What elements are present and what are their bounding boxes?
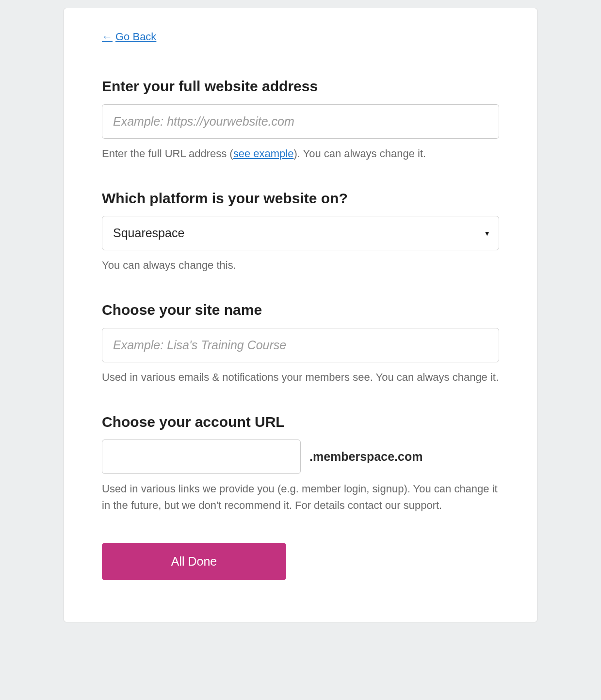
website-address-helper: Enter the full URL address (see example)… [102,146,499,162]
account-url-heading: Choose your account URL [102,413,499,431]
site-name-helper: Used in various emails & notifications y… [102,369,499,386]
platform-heading: Which platform is your website on? [102,189,499,208]
website-address-input[interactable] [102,104,499,139]
helper-text: ). You can always change it. [293,147,426,160]
form-card: ← Go Back Enter your full website addres… [64,8,537,622]
section-website-address: Enter your full website address Enter th… [102,77,499,162]
website-address-heading: Enter your full website address [102,77,499,96]
site-name-input[interactable] [102,328,499,362]
arrow-left-icon: ← [102,31,113,43]
account-url-helper: Used in various links we provide you (e.… [102,481,499,514]
go-back-label: Go Back [115,31,156,43]
submit-button[interactable]: All Done [102,543,286,580]
platform-helper: You can always change this. [102,257,499,274]
section-platform: Which platform is your website on? Squar… [102,189,499,274]
section-site-name: Choose your site name Used in various em… [102,301,499,386]
helper-text: Enter the full URL address ( [102,147,233,160]
platform-select[interactable]: Squarespace [102,216,499,250]
account-url-input[interactable] [102,440,301,474]
see-example-link[interactable]: see example [233,147,294,160]
section-account-url: Choose your account URL .memberspace.com… [102,413,499,514]
site-name-heading: Choose your site name [102,301,499,319]
account-url-suffix: .memberspace.com [309,450,422,464]
go-back-link[interactable]: ← Go Back [102,31,156,43]
